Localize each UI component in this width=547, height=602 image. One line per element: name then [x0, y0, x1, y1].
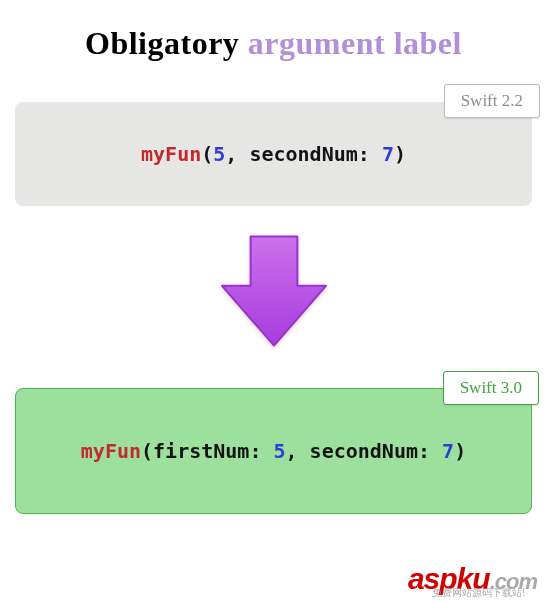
- code-close: ): [454, 439, 466, 463]
- code-arg1-value: 5: [273, 439, 285, 463]
- new-code-line: myFun(firstNum: 5, secondNum: 7): [36, 439, 511, 463]
- title-part-purple: argument label: [248, 25, 462, 61]
- code-func-name: myFun: [81, 439, 141, 463]
- old-version-badge: Swift 2.2: [444, 84, 540, 118]
- title-part-black: Obligatory: [85, 25, 248, 61]
- code-arg1-value: 5: [213, 142, 225, 166]
- code-open: (firstNum:: [141, 439, 273, 463]
- code-arg2-value: 7: [442, 439, 454, 463]
- page-title: Obligatory argument label: [15, 25, 532, 62]
- code-func-name: myFun: [141, 142, 201, 166]
- down-arrow-icon: [209, 226, 339, 356]
- code-separator: , secondNum:: [225, 142, 382, 166]
- code-arg2-value: 7: [382, 142, 394, 166]
- code-separator: , secondNum:: [286, 439, 443, 463]
- old-version-card: Swift 2.2 myFun(5, secondNum: 7): [15, 102, 532, 206]
- old-code-line: myFun(5, secondNum: 7): [35, 142, 512, 166]
- watermark: aspku.com 免费网站源码下载站!: [408, 562, 537, 596]
- watermark-tagline: 免费网站源码下载站!: [432, 586, 525, 600]
- code-open: (: [201, 142, 213, 166]
- new-version-badge: Swift 3.0: [443, 371, 539, 405]
- new-version-card: Swift 3.0 myFun(firstNum: 5, secondNum: …: [15, 388, 532, 514]
- arrow-container: [15, 216, 532, 378]
- code-close: ): [394, 142, 406, 166]
